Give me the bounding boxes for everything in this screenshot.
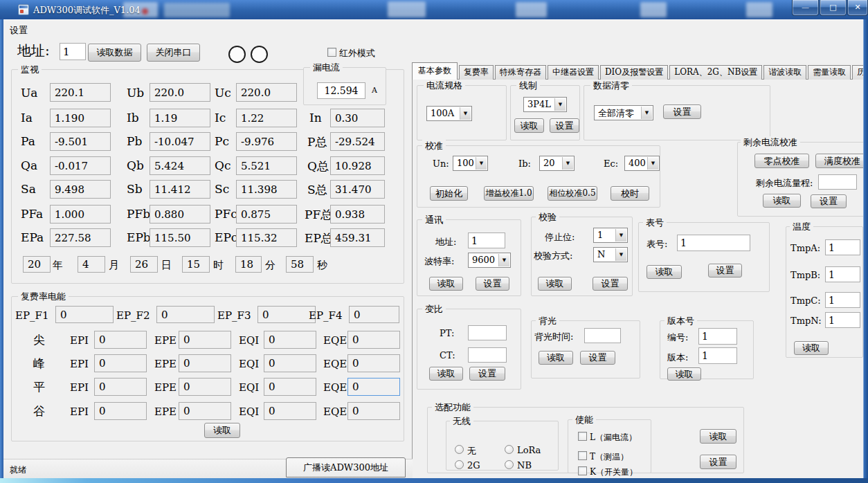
radio-wireless-none-label: 无 bbox=[467, 445, 476, 457]
pt-input[interactable] bbox=[468, 325, 507, 340]
tmpa-input[interactable] bbox=[825, 239, 860, 255]
minimize-button[interactable]: — bbox=[792, 0, 819, 16]
monitor-label: EPc bbox=[215, 230, 237, 244]
parity-read-button[interactable]: 读取 bbox=[538, 277, 572, 291]
parity-set-button[interactable]: 设置 bbox=[593, 277, 628, 291]
tab-multi-rate[interactable]: 复费率 bbox=[459, 65, 494, 80]
ec-dropdown[interactable]: 400 ▼ bbox=[624, 156, 660, 171]
cell-label: EQI bbox=[239, 381, 259, 394]
tmpc-input[interactable] bbox=[825, 292, 860, 308]
comm-read-button[interactable]: 读取 bbox=[429, 277, 463, 291]
current-spec-dropdown[interactable]: 100A ▼ bbox=[426, 106, 472, 121]
multirate-header-label: EP_F1 bbox=[15, 309, 49, 322]
maximize-button[interactable]: □ bbox=[820, 0, 847, 16]
monitor-label: Qa bbox=[21, 158, 37, 172]
enable-switch-checkbox[interactable] bbox=[578, 466, 587, 475]
version-ver-input[interactable] bbox=[698, 347, 737, 364]
tmpb-input[interactable] bbox=[825, 266, 860, 282]
close-button[interactable]: ✕ bbox=[847, 0, 868, 16]
optional-set-button[interactable]: 设置 bbox=[700, 455, 736, 469]
monitor-label: EPb bbox=[127, 230, 151, 244]
monitor-value: 0.880 bbox=[150, 205, 210, 224]
cell-label: EPE bbox=[154, 334, 177, 347]
optional-read-button[interactable]: 读取 bbox=[700, 429, 736, 444]
cell-value: 0 bbox=[347, 402, 400, 420]
stop-bit-dropdown[interactable]: 1 ▼ bbox=[593, 228, 628, 243]
tab-lora-2g-nb-settings[interactable]: LORA、2G、NB设置 bbox=[669, 65, 762, 80]
cell-label: EQI bbox=[239, 358, 259, 370]
meter-no-read-button[interactable]: 读取 bbox=[647, 265, 682, 279]
parity-mode-dropdown[interactable]: N ▼ bbox=[593, 247, 628, 262]
monitor-value: 115.50 bbox=[150, 228, 210, 247]
backlight-set-button[interactable]: 设置 bbox=[580, 351, 615, 365]
broadcast-read-address-button[interactable]: 广播读ADW300地址 bbox=[286, 457, 406, 477]
multirate-header-value: 0 bbox=[349, 306, 399, 323]
baud-dropdown[interactable]: 9600 ▼ bbox=[468, 253, 511, 268]
desktop-reflection bbox=[388, 1, 426, 17]
monitor-value: 0.30 bbox=[330, 109, 385, 127]
full-scale-calibration-button[interactable]: 满度校准 bbox=[815, 154, 868, 168]
init-button[interactable]: 初始化 bbox=[430, 186, 468, 201]
tab-special-registers[interactable]: 特殊寄存器 bbox=[495, 65, 546, 80]
tab-dio-alarm-settings[interactable]: DIO及报警设置 bbox=[600, 65, 668, 80]
tab-basic-params[interactable]: 基本参数 bbox=[412, 62, 458, 80]
infrared-mode-checkbox[interactable] bbox=[327, 48, 336, 57]
radio-wireless-none[interactable] bbox=[455, 445, 464, 454]
gain-calibration-button[interactable]: 增益校准1.0 bbox=[484, 186, 534, 201]
backlight-read-button[interactable]: 读取 bbox=[539, 351, 573, 365]
residual-set-button[interactable]: 设置 bbox=[811, 194, 847, 208]
ct-input[interactable] bbox=[468, 347, 507, 363]
temperature-read-button[interactable]: 读取 bbox=[794, 341, 829, 355]
version-read-button[interactable]: 读取 bbox=[667, 367, 701, 381]
group-wireless-title: 无线 bbox=[450, 415, 473, 428]
menu-settings[interactable]: 设置 bbox=[10, 24, 28, 37]
wiring-set-button[interactable]: 设置 bbox=[550, 118, 579, 133]
radio-wireless-lora[interactable] bbox=[505, 445, 514, 454]
ratio-read-button[interactable]: 读取 bbox=[429, 367, 463, 381]
ratio-set-button[interactable]: 设置 bbox=[469, 367, 505, 381]
backlight-time-input[interactable] bbox=[584, 328, 621, 343]
multirate-header-value: 0 bbox=[257, 306, 316, 323]
rate-label: 尖 bbox=[33, 332, 45, 348]
wiring-read-button[interactable]: 读取 bbox=[514, 118, 544, 133]
time-sync-button[interactable]: 校时 bbox=[611, 186, 649, 201]
residual-range-input[interactable] bbox=[818, 174, 857, 190]
monitor-label: Ib bbox=[127, 111, 139, 125]
phase-calibration-button[interactable]: 相位校准0.5 bbox=[548, 186, 597, 201]
read-data-button[interactable]: 读取数据 bbox=[88, 44, 141, 62]
enable-leakage-checkbox[interactable] bbox=[578, 432, 587, 441]
group-enable bbox=[568, 419, 651, 473]
close-port-button[interactable]: 关闭串口 bbox=[147, 44, 200, 62]
tab-demand-read[interactable]: 需量读取 bbox=[808, 65, 851, 80]
chevron-down-icon: ▼ bbox=[476, 157, 487, 170]
datetime-unit: 月 bbox=[109, 259, 119, 272]
enable-leakage-label: L（漏电流） bbox=[590, 432, 637, 444]
address-input[interactable] bbox=[60, 43, 86, 60]
app-icon bbox=[18, 4, 29, 15]
comm-set-button[interactable]: 设置 bbox=[476, 277, 509, 291]
data-clear-set-button[interactable]: 设置 bbox=[663, 104, 701, 119]
wiring-dropdown[interactable]: 3P4L ▼ bbox=[523, 97, 567, 112]
multirate-read-button[interactable]: 读取 bbox=[204, 423, 240, 438]
monitor-value: 227.58 bbox=[50, 228, 111, 247]
version-no-input[interactable] bbox=[698, 328, 737, 345]
tab-harmonic-read[interactable]: 谐波读取 bbox=[763, 65, 806, 80]
data-clear-dropdown[interactable]: 全部清零 ▼ bbox=[594, 105, 653, 120]
tab-repeater-settings[interactable]: 中继器设置 bbox=[548, 65, 599, 80]
radio-wireless-nb[interactable] bbox=[505, 460, 514, 469]
enable-temperature-checkbox[interactable] bbox=[578, 451, 587, 460]
ib-dropdown[interactable]: 20 ▼ bbox=[539, 156, 575, 171]
residual-read-button[interactable]: 读取 bbox=[763, 194, 801, 208]
zero-calibration-button[interactable]: 零点校准 bbox=[754, 154, 809, 168]
tmpn-input[interactable] bbox=[825, 312, 860, 328]
tab-strip: 基本参数 复费率 特殊寄存器 中继器设置 DIO及报警设置 LORA、2G、NB… bbox=[412, 62, 868, 80]
un-dropdown[interactable]: 100 ▼ bbox=[453, 156, 488, 171]
meter-no-set-button[interactable]: 设置 bbox=[708, 264, 742, 277]
meter-no-input[interactable] bbox=[677, 235, 750, 251]
leakage-current-input[interactable] bbox=[317, 82, 365, 99]
multirate-group-title: 复费率电能 bbox=[18, 291, 69, 303]
monitor-label: Ia bbox=[21, 111, 33, 125]
comm-address-input[interactable] bbox=[468, 233, 505, 248]
radio-wireless-2g[interactable] bbox=[455, 460, 464, 469]
cell-value: 0 bbox=[94, 331, 147, 349]
